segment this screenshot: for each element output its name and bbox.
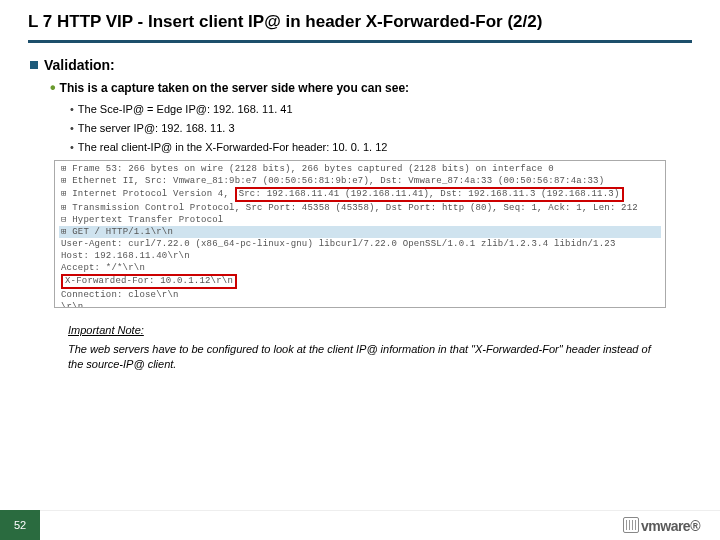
bullet-dot-icon: • [50, 79, 56, 96]
bullet-item: •The server IP@: 192. 168. 11. 3 [70, 122, 692, 134]
bullet-text: The real client-IP@ in the X-Forwarded-F… [78, 141, 388, 153]
capture-line: Connection: close\r\n [59, 289, 661, 301]
logo-box-icon [623, 517, 639, 533]
slide-title: L 7 HTTP VIP - Insert client IP@ in head… [28, 12, 692, 43]
bullet-text: The server IP@: 192. 168. 11. 3 [78, 122, 235, 134]
capture-line: User-Agent: curl/7.22.0 (x86_64-pc-linux… [59, 238, 661, 250]
capture-line: ⊟ Hypertext Transfer Protocol [59, 214, 661, 226]
bullet-item: •The Sce-IP@ = Edge IP@: 192. 168. 11. 4… [70, 103, 692, 115]
capture-line: ⊞ Frame 53: 266 bytes on wire (2128 bits… [59, 163, 661, 175]
section-heading: Validation: [30, 57, 692, 73]
capture-line: X-Forwarded-For: 10.0.1.12\r\n [59, 274, 661, 289]
bullet-icon: • [70, 103, 74, 115]
capture-line: Accept: */*\r\n [59, 262, 661, 274]
intro-text: This is a capture taken on the server si… [60, 81, 409, 95]
slide-footer: 52 vmware® [0, 510, 720, 540]
bullet-text: The Sce-IP@ = Edge IP@: 192. 168. 11. 41 [78, 103, 293, 115]
note-body: The web servers have to be configured to… [68, 342, 652, 372]
highlight-xff: X-Forwarded-For: 10.0.1.12\r\n [61, 274, 237, 289]
highlight-src-dst: Src: 192.168.11.41 (192.168.11.41), Dst:… [235, 187, 624, 202]
capture-line: Host: 192.168.11.40\r\n [59, 250, 661, 262]
capture-line: ⊞ Internet Protocol Version 4, Src: 192.… [59, 187, 661, 202]
capture-line-selected: ⊞ GET / HTTP/1.1\r\n [59, 226, 661, 238]
bullet-icon: • [70, 141, 74, 153]
intro-line: •This is a capture taken on the server s… [50, 81, 692, 95]
capture-line: ⊞ Transmission Control Protocol, Src Por… [59, 202, 661, 214]
section-heading-text: Validation: [44, 57, 115, 73]
capture-text: ⊞ Internet Protocol Version 4, [61, 189, 235, 199]
bullet-icon: • [70, 122, 74, 134]
note-heading: Important Note: [68, 324, 692, 336]
capture-line: \r\n [59, 301, 661, 308]
packet-capture-box: ⊞ Frame 53: 266 bytes on wire (2128 bits… [54, 160, 666, 308]
logo-text: vmware [641, 518, 690, 534]
footer-bar: vmware® [40, 510, 720, 540]
vmware-logo: vmware® [623, 517, 700, 534]
square-bullet-icon [30, 61, 38, 69]
page-number: 52 [0, 510, 40, 540]
capture-line: ⊞ Ethernet II, Src: Vmware_81:9b:e7 (00:… [59, 175, 661, 187]
bullet-item: •The real client-IP@ in the X-Forwarded-… [70, 141, 692, 153]
